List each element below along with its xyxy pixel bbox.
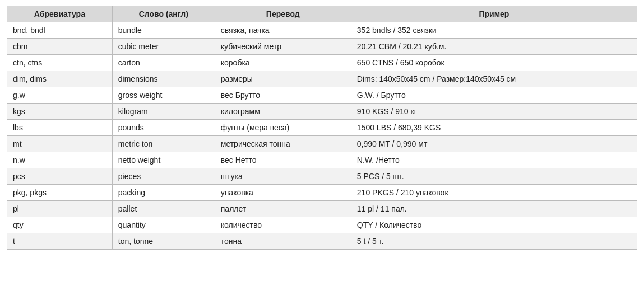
cell-translation: кубический метр [215, 39, 351, 55]
cell-abbreviation: pcs [7, 168, 113, 185]
table-row: mtmetric tonметрическая тонна0,990 MT / … [7, 136, 637, 152]
cell-abbreviation: qty [7, 217, 113, 233]
table-row: bnd, bndlbundleсвязка, пачка352 bndls / … [7, 22, 637, 39]
cell-translation: тонна [215, 233, 351, 250]
cell-abbreviation: n.w [7, 152, 113, 168]
cell-example: 5 PCS / 5 шт. [351, 168, 637, 185]
cell-translation: фунты (мера веса) [215, 120, 351, 136]
table-row: g.wgross weightвес БруттоG.W. / Брутто [7, 87, 637, 104]
cell-word: kilogram [112, 104, 215, 120]
cell-example: Dims: 140x50x45 cm / Размер:140x50x45 см [351, 71, 637, 87]
cell-word: ton, tonne [112, 233, 215, 250]
cell-abbreviation: g.w [7, 87, 113, 104]
cell-abbreviation: mt [7, 136, 113, 152]
header-abbreviation: Абревиатура [7, 6, 113, 22]
cell-word: gross weight [112, 87, 215, 104]
cell-example: 910 KGS / 910 кг [351, 104, 637, 120]
cell-example: 20.21 CBM / 20.21 куб.м. [351, 39, 637, 55]
cell-example: 0,990 MT / 0,990 мт [351, 136, 637, 152]
cell-word: quantity [112, 217, 215, 233]
cell-translation: вес Нетто [215, 152, 351, 168]
cell-word: bundle [112, 22, 215, 39]
table-row: dim, dimsdimensionsразмерыDims: 140x50x4… [7, 71, 637, 87]
table-row: pkg, pkgspackingупаковка210 PKGS / 210 у… [7, 185, 637, 201]
cell-abbreviation: dim, dims [7, 71, 113, 87]
cell-translation: количество [215, 217, 351, 233]
cell-abbreviation: t [7, 233, 113, 250]
cell-abbreviation: kgs [7, 104, 113, 120]
cell-translation: паллет [215, 201, 351, 217]
table-row: tton, tonneтонна5 t / 5 т. [7, 233, 637, 250]
table-row: cbmcubic meterкубический метр20.21 CBM /… [7, 39, 637, 55]
cell-word: pounds [112, 120, 215, 136]
cell-word: dimensions [112, 71, 215, 87]
cell-translation: связка, пачка [215, 22, 351, 39]
cell-word: carton [112, 55, 215, 71]
cell-abbreviation: ctn, ctns [7, 55, 113, 71]
cell-translation: килограмм [215, 104, 351, 120]
cell-translation: коробка [215, 55, 351, 71]
cell-translation: метрическая тонна [215, 136, 351, 152]
cell-example: 11 pl / 11 пал. [351, 201, 637, 217]
cell-word: packing [112, 185, 215, 201]
cell-example: 352 bndls / 352 связки [351, 22, 637, 39]
main-container: Абревиатура Слово (англ) Перевод Пример … [0, 0, 644, 255]
cell-translation: штука [215, 168, 351, 185]
cell-word: netto weight [112, 152, 215, 168]
table-row: ctn, ctnscartonкоробка650 CTNS / 650 кор… [7, 55, 637, 71]
cell-abbreviation: lbs [7, 120, 113, 136]
cell-abbreviation: pl [7, 201, 113, 217]
cell-example: G.W. / Брутто [351, 87, 637, 104]
cell-translation: вес Брутто [215, 87, 351, 104]
cell-example: QTY / Количество [351, 217, 637, 233]
cell-example: 5 t / 5 т. [351, 233, 637, 250]
cell-word: pallet [112, 201, 215, 217]
table-row: n.wnetto weightвес НеттоN.W. /Нетто [7, 152, 637, 168]
table-row: lbspoundsфунты (мера веса) 1500 LBS / 68… [7, 120, 637, 136]
cell-abbreviation: bnd, bndl [7, 22, 113, 39]
cell-example: 650 CTNS / 650 коробок [351, 55, 637, 71]
table-row: kgskilogramкилограмм910 KGS / 910 кг [7, 104, 637, 120]
cell-translation: размеры [215, 71, 351, 87]
cell-abbreviation: pkg, pkgs [7, 185, 113, 201]
table-row: qtyquantityколичествоQTY / Количество [7, 217, 637, 233]
table-row: pcspiecesштука 5 PCS / 5 шт. [7, 168, 637, 185]
cell-word: cubic meter [112, 39, 215, 55]
cell-word: metric ton [112, 136, 215, 152]
cell-word: pieces [112, 168, 215, 185]
cell-example: 210 PKGS / 210 упаковок [351, 185, 637, 201]
abbreviations-table: Абревиатура Слово (англ) Перевод Пример … [7, 6, 637, 250]
table-header-row: Абревиатура Слово (англ) Перевод Пример [7, 6, 637, 22]
cell-example: 1500 LBS / 680,39 KGS [351, 120, 637, 136]
cell-example: N.W. /Нетто [351, 152, 637, 168]
table-row: plpalletпаллет11 pl / 11 пал. [7, 201, 637, 217]
header-word: Слово (англ) [112, 6, 215, 22]
header-example: Пример [351, 6, 637, 22]
cell-abbreviation: cbm [7, 39, 113, 55]
cell-translation: упаковка [215, 185, 351, 201]
header-translation: Перевод [215, 6, 351, 22]
